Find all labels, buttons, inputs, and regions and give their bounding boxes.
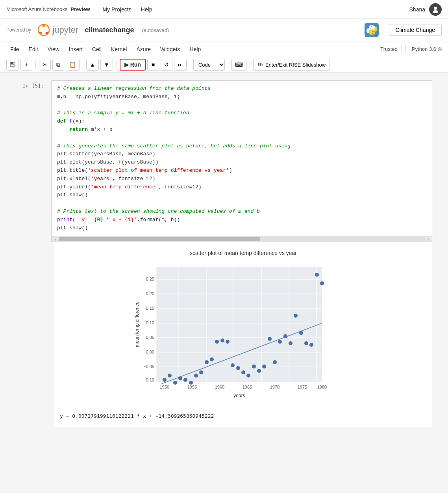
svg-point-61 bbox=[236, 366, 240, 370]
svg-text:0.00: 0.00 bbox=[146, 350, 154, 354]
menu-widgets[interactable]: Widgets bbox=[156, 45, 184, 54]
toolbar-sep-5 bbox=[228, 60, 228, 69]
svg-point-73 bbox=[299, 331, 303, 335]
svg-point-72 bbox=[294, 314, 298, 318]
svg-point-3 bbox=[43, 25, 45, 28]
svg-point-5 bbox=[46, 32, 48, 35]
stop-button[interactable]: ■ bbox=[147, 59, 159, 71]
output-content: scatter plot of mean temp difference vs … bbox=[54, 242, 432, 427]
svg-point-77 bbox=[320, 281, 324, 285]
horizontal-scrollbar[interactable]: ‹ › bbox=[52, 236, 432, 242]
save-button[interactable] bbox=[6, 59, 19, 71]
svg-point-52 bbox=[189, 381, 193, 385]
svg-text:−0.10: −0.10 bbox=[143, 378, 154, 382]
svg-point-71 bbox=[289, 341, 292, 345]
toolbar-sep-4 bbox=[190, 60, 190, 69]
toolbar-sep-6 bbox=[250, 60, 250, 69]
preview-text: Preview bbox=[70, 6, 90, 12]
scroll-right-arrow[interactable]: › bbox=[425, 237, 431, 242]
svg-point-55 bbox=[205, 360, 209, 364]
menu-azure[interactable]: Azure bbox=[132, 45, 155, 54]
svg-rect-10 bbox=[258, 63, 259, 66]
code-cell: In [5]: # Creates a linear regression fr… bbox=[16, 80, 432, 242]
svg-text:0.20: 0.20 bbox=[146, 291, 154, 296]
scroll-left-arrow[interactable]: ‹ bbox=[52, 237, 59, 242]
svg-rect-9 bbox=[11, 65, 14, 67]
climate-change-button[interactable]: Climate Change bbox=[389, 24, 442, 36]
cut-button[interactable]: ✂ bbox=[39, 59, 51, 71]
user-area: Shana bbox=[409, 3, 442, 16]
powered-by-text: Powered by bbox=[6, 27, 31, 33]
svg-point-68 bbox=[273, 360, 277, 364]
menu-insert[interactable]: Insert bbox=[65, 45, 87, 54]
svg-point-1 bbox=[433, 10, 438, 13]
my-projects-link[interactable]: My Projects bbox=[103, 6, 131, 13]
chart-container: scatter plot of mean temp difference vs … bbox=[125, 246, 361, 409]
svg-point-59 bbox=[226, 340, 230, 344]
avatar[interactable] bbox=[429, 3, 442, 16]
equation-output: y = 0.007279199110122221 * x + -14.30926… bbox=[54, 409, 432, 423]
svg-point-60 bbox=[231, 363, 235, 367]
svg-point-67 bbox=[268, 337, 272, 341]
menu-edit[interactable]: Edit bbox=[25, 45, 42, 54]
rise-slideshow-button[interactable]: Enter/Exit RISE Slideshow bbox=[253, 59, 330, 71]
menu-view[interactable]: View bbox=[44, 45, 63, 54]
trusted-badge: Trusted bbox=[376, 45, 402, 53]
code-content[interactable]: # Creates a linear regression from the d… bbox=[52, 81, 432, 236]
menu-cell[interactable]: Cell bbox=[88, 45, 106, 54]
menu-kernel[interactable]: Kernel bbox=[107, 45, 131, 54]
svg-text:1950: 1950 bbox=[160, 385, 169, 389]
cell-editor[interactable]: # Creates a linear regression from the d… bbox=[51, 80, 432, 242]
menu-bar: File Edit View Insert Cell Kernel Azure … bbox=[0, 41, 448, 57]
move-up-button[interactable]: ▲ bbox=[86, 59, 99, 71]
svg-point-70 bbox=[283, 334, 287, 338]
svg-text:1980: 1980 bbox=[317, 385, 327, 389]
cell-type-select[interactable]: Code bbox=[193, 59, 225, 71]
svg-text:0.25: 0.25 bbox=[146, 277, 154, 281]
output-cell: scatter plot of mean temp difference vs … bbox=[16, 242, 432, 427]
restart-button[interactable]: ↺ bbox=[161, 59, 172, 71]
kernel-status-icon bbox=[438, 47, 442, 51]
cell-prompt: In [5]: bbox=[16, 80, 47, 242]
toolbar-sep-1 bbox=[35, 60, 36, 69]
svg-point-58 bbox=[220, 339, 224, 342]
move-down-button[interactable]: ▼ bbox=[100, 59, 113, 71]
menu-help[interactable]: Help bbox=[186, 45, 205, 54]
notebook-name[interactable]: climatechange bbox=[85, 26, 134, 34]
menu-file[interactable]: File bbox=[6, 45, 23, 54]
svg-point-76 bbox=[315, 273, 319, 277]
brand-text: Microsoft Azure Notebooks bbox=[6, 6, 67, 12]
svg-point-66 bbox=[262, 365, 266, 368]
svg-text:1955: 1955 bbox=[187, 385, 197, 389]
jupyter-logo: jupyter bbox=[37, 24, 78, 36]
svg-text:1965: 1965 bbox=[243, 385, 252, 389]
fast-forward-button[interactable]: ⏭ bbox=[174, 59, 187, 71]
copy-button[interactable]: ⧉ bbox=[52, 59, 64, 71]
svg-point-64 bbox=[252, 365, 256, 368]
svg-point-69 bbox=[278, 340, 282, 344]
chart-title: scatter plot of mean temp difference vs … bbox=[133, 250, 354, 256]
add-cell-button[interactable]: + bbox=[20, 59, 32, 71]
svg-point-51 bbox=[183, 378, 187, 382]
svg-rect-8 bbox=[11, 62, 13, 64]
svg-point-0 bbox=[434, 7, 437, 10]
help-link[interactable]: Help bbox=[141, 6, 152, 13]
svg-point-53 bbox=[194, 374, 198, 378]
svg-text:1960: 1960 bbox=[215, 385, 224, 389]
run-icon: ▶ bbox=[124, 61, 129, 68]
keyboard-button[interactable]: ⌨ bbox=[231, 59, 246, 71]
run-button[interactable]: ▶ Run bbox=[120, 59, 146, 71]
separator bbox=[405, 45, 405, 53]
svg-text:1970: 1970 bbox=[270, 385, 280, 389]
toolbar: + ✂ ⧉ 📋 ▲ ▼ ▶ Run ■ ↺ ⏭ Code ⌨ Enter/Exi… bbox=[0, 57, 448, 73]
svg-rect-13 bbox=[157, 267, 322, 381]
jupyter-text: jupyter bbox=[52, 25, 78, 35]
svg-point-65 bbox=[257, 369, 261, 373]
paste-button[interactable]: 📋 bbox=[66, 59, 80, 71]
svg-point-74 bbox=[304, 341, 308, 345]
svg-point-54 bbox=[199, 370, 203, 374]
autosaved-label: (autosaved) bbox=[142, 27, 169, 33]
svg-point-57 bbox=[215, 340, 219, 344]
svg-text:0.10: 0.10 bbox=[146, 320, 154, 325]
nav-links: My Projects Help bbox=[103, 6, 409, 13]
